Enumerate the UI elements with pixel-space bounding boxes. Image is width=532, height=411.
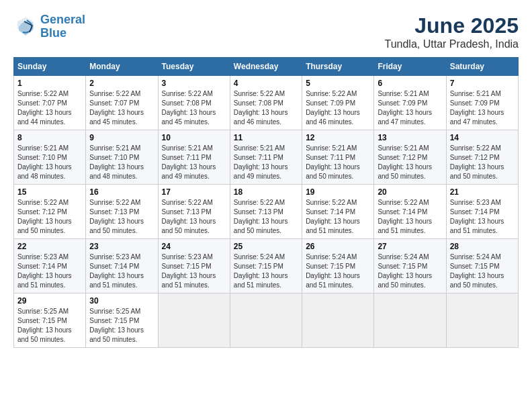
column-header-tuesday: Tuesday: [158, 58, 230, 76]
day-number: 10: [162, 133, 226, 142]
calendar-cell: [302, 293, 374, 348]
calendar-cell: 14Sunrise: 5:22 AMSunset: 7:12 PMDayligh…: [446, 130, 518, 185]
day-info: Sunrise: 5:22 AMSunset: 7:13 PMDaylight:…: [162, 198, 226, 236]
calendar-cell: [374, 293, 446, 348]
day-info: Sunrise: 5:23 AMSunset: 7:14 PMDaylight:…: [17, 253, 82, 290]
calendar-cell: 8Sunrise: 5:21 AMSunset: 7:10 PMDaylight…: [14, 130, 86, 185]
day-number: 4: [234, 79, 298, 88]
day-number: 15: [17, 187, 82, 197]
day-number: 8: [17, 133, 82, 142]
day-info: Sunrise: 5:21 AMSunset: 7:12 PMDaylight:…: [378, 144, 442, 181]
calendar-cell: 9Sunrise: 5:21 AMSunset: 7:10 PMDaylight…: [86, 130, 158, 185]
calendar-cell: 22Sunrise: 5:23 AMSunset: 7:14 PMDayligh…: [14, 239, 86, 293]
day-info: Sunrise: 5:22 AMSunset: 7:13 PMDaylight:…: [89, 198, 154, 236]
calendar-cell: 27Sunrise: 5:24 AMSunset: 7:15 PMDayligh…: [374, 239, 446, 293]
day-info: Sunrise: 5:22 AMSunset: 7:12 PMDaylight:…: [450, 144, 515, 181]
logo-general: General: [40, 13, 85, 26]
calendar-week-row: 8Sunrise: 5:21 AMSunset: 7:10 PMDaylight…: [14, 130, 519, 185]
day-number: 23: [89, 242, 154, 251]
day-number: 24: [162, 242, 226, 251]
calendar-week-row: 29Sunrise: 5:25 AMSunset: 7:15 PMDayligh…: [14, 293, 519, 348]
calendar-cell: 24Sunrise: 5:23 AMSunset: 7:15 PMDayligh…: [158, 239, 230, 293]
logo-text: General Blue: [40, 13, 85, 40]
day-number: 6: [378, 79, 442, 88]
day-info: Sunrise: 5:21 AMSunset: 7:11 PMDaylight:…: [162, 144, 226, 181]
calendar-cell: 1Sunrise: 5:22 AMSunset: 7:07 PMDaylight…: [14, 76, 86, 130]
day-number: 7: [450, 79, 515, 88]
calendar-cell: 4Sunrise: 5:22 AMSunset: 7:08 PMDaylight…: [230, 76, 302, 130]
calendar-cell: 19Sunrise: 5:22 AMSunset: 7:14 PMDayligh…: [302, 185, 374, 239]
day-number: 21: [450, 187, 515, 197]
calendar-cell: 6Sunrise: 5:21 AMSunset: 7:09 PMDaylight…: [374, 76, 446, 130]
day-info: Sunrise: 5:21 AMSunset: 7:11 PMDaylight:…: [234, 144, 298, 181]
day-info: Sunrise: 5:22 AMSunset: 7:09 PMDaylight:…: [306, 89, 370, 127]
day-number: 30: [89, 296, 154, 306]
day-number: 12: [306, 133, 370, 142]
day-info: Sunrise: 5:23 AMSunset: 7:15 PMDaylight:…: [162, 253, 226, 290]
calendar-cell: 29Sunrise: 5:25 AMSunset: 7:15 PMDayligh…: [14, 293, 86, 348]
day-number: 2: [89, 79, 154, 88]
calendar-cell: 3Sunrise: 5:22 AMSunset: 7:08 PMDaylight…: [158, 76, 230, 130]
day-number: 17: [162, 187, 226, 197]
calendar-table: SundayMondayTuesdayWednesdayThursdayFrid…: [13, 57, 519, 348]
day-info: Sunrise: 5:24 AMSunset: 7:15 PMDaylight:…: [450, 253, 515, 290]
day-number: 18: [234, 187, 298, 197]
day-number: 13: [378, 133, 442, 142]
day-info: Sunrise: 5:24 AMSunset: 7:15 PMDaylight:…: [306, 253, 370, 290]
calendar-cell: 11Sunrise: 5:21 AMSunset: 7:11 PMDayligh…: [230, 130, 302, 185]
day-info: Sunrise: 5:23 AMSunset: 7:14 PMDaylight:…: [450, 198, 515, 236]
day-number: 3: [162, 79, 226, 88]
calendar-cell: [230, 293, 302, 348]
day-info: Sunrise: 5:22 AMSunset: 7:14 PMDaylight:…: [306, 198, 370, 236]
calendar-cell: 15Sunrise: 5:22 AMSunset: 7:12 PMDayligh…: [14, 185, 86, 239]
day-number: 28: [450, 242, 515, 251]
calendar-week-row: 1Sunrise: 5:22 AMSunset: 7:07 PMDaylight…: [14, 76, 519, 130]
day-number: 1: [17, 79, 82, 88]
calendar-cell: 28Sunrise: 5:24 AMSunset: 7:15 PMDayligh…: [446, 239, 518, 293]
calendar-cell: 17Sunrise: 5:22 AMSunset: 7:13 PMDayligh…: [158, 185, 230, 239]
month-title: June 2025: [384, 13, 519, 38]
calendar-cell: 12Sunrise: 5:21 AMSunset: 7:11 PMDayligh…: [302, 130, 374, 185]
day-number: 25: [234, 242, 298, 251]
calendar-cell: 18Sunrise: 5:22 AMSunset: 7:13 PMDayligh…: [230, 185, 302, 239]
day-info: Sunrise: 5:22 AMSunset: 7:13 PMDaylight:…: [234, 198, 298, 236]
column-header-sunday: Sunday: [14, 58, 86, 76]
calendar-week-row: 22Sunrise: 5:23 AMSunset: 7:14 PMDayligh…: [14, 239, 519, 293]
location-title: Tundla, Uttar Pradesh, India: [384, 38, 519, 50]
day-number: 9: [89, 133, 154, 142]
day-info: Sunrise: 5:21 AMSunset: 7:09 PMDaylight:…: [378, 89, 442, 127]
day-info: Sunrise: 5:24 AMSunset: 7:15 PMDaylight:…: [234, 253, 298, 290]
calendar-cell: 26Sunrise: 5:24 AMSunset: 7:15 PMDayligh…: [302, 239, 374, 293]
day-number: 29: [17, 296, 82, 306]
day-number: 22: [17, 242, 82, 251]
day-number: 16: [89, 187, 154, 197]
day-number: 27: [378, 242, 442, 251]
calendar-cell: 16Sunrise: 5:22 AMSunset: 7:13 PMDayligh…: [86, 185, 158, 239]
column-header-wednesday: Wednesday: [230, 58, 302, 76]
calendar-cell: 25Sunrise: 5:24 AMSunset: 7:15 PMDayligh…: [230, 239, 302, 293]
day-info: Sunrise: 5:21 AMSunset: 7:09 PMDaylight:…: [450, 89, 515, 127]
calendar-cell: 13Sunrise: 5:21 AMSunset: 7:12 PMDayligh…: [374, 130, 446, 185]
calendar-cell: 30Sunrise: 5:25 AMSunset: 7:15 PMDayligh…: [86, 293, 158, 348]
calendar-cell: 5Sunrise: 5:22 AMSunset: 7:09 PMDaylight…: [302, 76, 374, 130]
page-header: General Blue June 2025 Tundla, Uttar Pra…: [13, 13, 519, 50]
calendar-cell: 2Sunrise: 5:22 AMSunset: 7:07 PMDaylight…: [86, 76, 158, 130]
day-number: 5: [306, 79, 370, 88]
day-number: 26: [306, 242, 370, 251]
day-number: 11: [234, 133, 298, 142]
calendar-cell: [446, 293, 518, 348]
day-info: Sunrise: 5:22 AMSunset: 7:07 PMDaylight:…: [17, 89, 82, 127]
day-info: Sunrise: 5:21 AMSunset: 7:10 PMDaylight:…: [89, 144, 154, 181]
logo-blue: Blue: [40, 26, 66, 40]
day-info: Sunrise: 5:21 AMSunset: 7:11 PMDaylight:…: [306, 144, 370, 181]
column-header-thursday: Thursday: [302, 58, 374, 76]
title-area: June 2025 Tundla, Uttar Pradesh, India: [384, 13, 519, 50]
day-info: Sunrise: 5:22 AMSunset: 7:12 PMDaylight:…: [17, 198, 82, 236]
day-info: Sunrise: 5:22 AMSunset: 7:07 PMDaylight:…: [89, 89, 154, 127]
column-header-saturday: Saturday: [446, 58, 518, 76]
day-info: Sunrise: 5:22 AMSunset: 7:08 PMDaylight:…: [234, 89, 298, 127]
day-info: Sunrise: 5:22 AMSunset: 7:08 PMDaylight:…: [162, 89, 226, 127]
day-info: Sunrise: 5:25 AMSunset: 7:15 PMDaylight:…: [89, 307, 154, 345]
day-number: 14: [450, 133, 515, 142]
column-header-monday: Monday: [86, 58, 158, 76]
